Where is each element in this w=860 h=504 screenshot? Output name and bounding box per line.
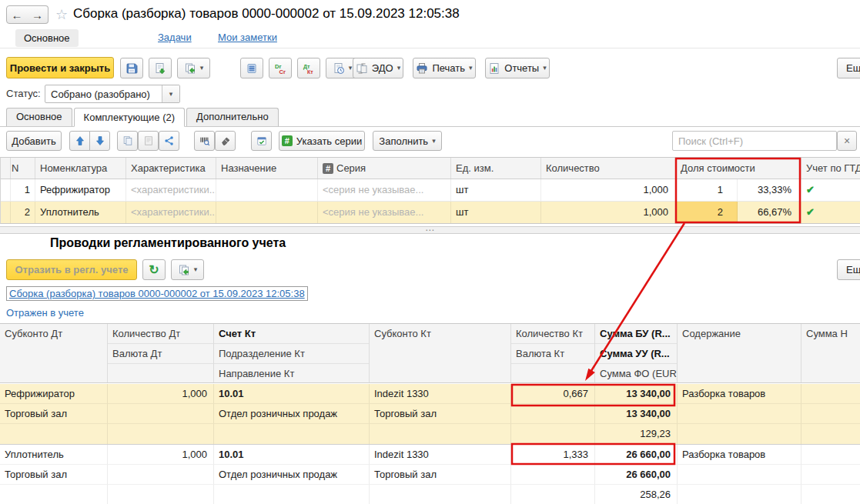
cell-unit[interactable]: шт [451,202,541,223]
cell-division-kt[interactable]: Отдел розничных продаж [214,465,370,485]
cell-characteristic[interactable]: <характеристики... [126,179,216,201]
cell-series[interactable]: <серия не указывае... [318,179,451,201]
nav-tab-tasks[interactable]: Задачи [158,32,192,43]
tab-additional[interactable]: Дополнительно [186,108,279,126]
cell-direction-kt[interactable] [214,424,370,444]
cell-amount-uu[interactable]: 26 660,00 [595,465,678,485]
cell-cost-share[interactable]: 1 [676,179,738,201]
document-link[interactable]: Сборка (разборка) товаров 0000-000002 от… [6,286,308,301]
cell-empty[interactable] [511,485,595,504]
cell-quantity[interactable]: 1,000 [541,202,676,223]
cell-content2[interactable] [678,465,801,485]
cell-amount-fo[interactable]: 258,26 [595,485,678,504]
barcode-scan-button[interactable] [194,131,215,151]
sort-links-button[interactable] [159,131,179,151]
cell-quantity-dt[interactable]: 1,000 [108,445,214,465]
cell-empty[interactable] [370,485,511,504]
cell-subconto-dt2[interactable]: Торговый зал [0,465,108,485]
cell-characteristic[interactable]: <характеристики... [126,202,216,223]
cell-nomenclature[interactable]: Уплотнитель [35,202,126,223]
tab-main[interactable]: Основное [6,108,72,126]
cell-currency-dt[interactable] [108,465,214,485]
cell-unit[interactable]: шт [451,179,541,201]
cell-division-kt[interactable]: Отдел розничных продаж [214,404,370,424]
post-and-close-button[interactable]: Провести и закрыть [6,57,114,78]
nav-tab-notes[interactable]: Мои заметки [218,32,277,43]
register-records-button[interactable] [240,58,263,78]
posting-entry[interactable]: Рефрижиратор 1,000 10.01 Indezit 1330 0,… [0,384,860,445]
tab-components[interactable]: Комплектующие (2) [74,108,185,127]
cell-amount-bu[interactable]: 13 340,00 [595,384,678,404]
cell-empty[interactable] [801,485,860,504]
cell-empty[interactable] [0,424,108,444]
favorite-star-icon[interactable]: ☆ [55,6,68,23]
specify-series-button[interactable]: # Указать серии [279,131,365,151]
pane-splitter[interactable]: ⋯ [0,226,860,234]
cell-account-kt[interactable]: 10.01 [214,445,370,465]
cell-empty[interactable] [511,424,595,444]
more-button[interactable]: Еще▾ [837,58,860,78]
cell-empty[interactable] [108,424,214,444]
cell-gtd[interactable]: ✔ [801,179,860,201]
cell-cost-share-focused[interactable]: 2 [676,202,738,223]
cell-currency-dt[interactable] [108,404,214,424]
cell-subconto-kt[interactable]: Indezit 1330 [370,384,511,404]
post-document-button[interactable] [149,58,172,78]
back-button[interactable]: ← [6,5,28,24]
delete-row-button[interactable] [138,131,159,151]
drcr-button[interactable]: DrCr [269,58,292,78]
cell-direction-kt[interactable] [214,485,370,504]
cell-content[interactable]: Разборка товаров [678,384,801,404]
cell-content[interactable]: Разборка товаров [678,445,801,465]
cell-n[interactable]: 2 [7,202,35,223]
cell-empty[interactable] [108,485,214,504]
cell-subconto-dt[interactable]: Уплотнитель [0,445,108,465]
dtkt-button[interactable]: ДтКт [297,58,320,78]
cell-cost-share-pct[interactable]: 66,67% [738,202,801,223]
pick-from-list-button[interactable] [251,131,272,151]
fill-button[interactable]: Заполнить▾ [373,131,442,151]
cell-purpose[interactable] [216,179,318,201]
save-button[interactable] [120,58,143,78]
cell-purpose[interactable] [216,202,318,223]
move-up-button[interactable] [69,131,90,151]
postings-create-based-on-button[interactable]: ▾ [171,259,204,280]
cell-currency-kt[interactable] [511,465,595,485]
cell-empty[interactable] [0,485,108,504]
cell-empty[interactable] [801,404,860,424]
cell-quantity-kt[interactable]: 0,667 [511,384,595,404]
cell-quantity-kt[interactable]: 1,333 [511,445,595,465]
cell-empty[interactable] [801,465,860,485]
forward-button[interactable]: → [27,5,49,24]
cell-empty[interactable] [678,485,801,504]
create-based-on-button[interactable]: ▾ [177,58,210,78]
posting-entry[interactable]: Уплотнитель 1,000 10.01 Indezit 1330 1,3… [0,445,860,504]
cell-quantity-dt[interactable]: 1,000 [108,384,214,404]
clear-button[interactable] [215,131,236,151]
components-row[interactable]: 1 Рефрижиратор <характеристики... <серия… [1,179,860,202]
cell-gtd[interactable]: ✔ [801,202,860,223]
cell-empty[interactable] [370,424,511,444]
cell-quantity[interactable]: 1,000 [541,179,676,201]
print-button[interactable]: Печать ▾ [413,58,476,78]
cell-amount-nu[interactable] [801,445,860,465]
move-down-button[interactable] [89,131,110,151]
cell-cost-share-pct[interactable]: 33,33% [738,179,801,201]
cell-subconto-kt[interactable]: Indezit 1330 [370,445,511,465]
components-row-selected[interactable]: 2 Уплотнитель <характеристики... <серия … [1,202,860,223]
cell-nomenclature[interactable]: Рефрижиратор [35,179,126,201]
search-clear-button[interactable]: × [837,131,857,151]
nav-tab-main[interactable]: Основное [15,29,79,47]
status-dropdown-button[interactable]: ▾ [162,85,179,102]
cell-empty[interactable] [678,424,801,444]
cell-empty[interactable] [801,424,860,444]
cell-content2[interactable] [678,404,801,424]
cell-subconto-dt2[interactable]: Торговый зал [0,404,108,424]
refresh-button[interactable]: ↻ [142,259,166,280]
status-combobox[interactable]: Собрано (разобрано) ▾ [45,85,180,103]
cell-amount-bu[interactable]: 26 660,00 [595,445,678,465]
edo-button[interactable]: ЭДО ▾ [353,58,403,78]
cell-account-kt[interactable]: 10.01 [214,384,370,404]
add-button[interactable]: Добавить [6,131,62,151]
cell-subconto-kt2[interactable]: Торговый зал [370,404,511,424]
